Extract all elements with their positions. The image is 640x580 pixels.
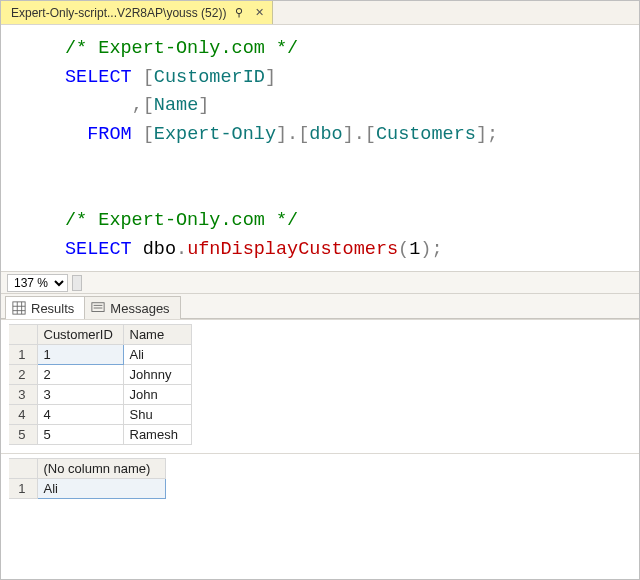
cell-name[interactable]: Ramesh <box>123 425 191 445</box>
row-number[interactable]: 2 <box>9 365 37 385</box>
cell-customerid[interactable]: 3 <box>37 385 123 405</box>
col-header-name[interactable]: Name <box>123 325 191 345</box>
cell-name[interactable]: John <box>123 385 191 405</box>
results-tabstrip: Results Messages <box>1 294 639 319</box>
sql-editor[interactable]: /* Expert-Only.com */ SELECT [CustomerID… <box>1 25 639 271</box>
cell-customerid[interactable]: 1 <box>37 345 123 365</box>
pin-icon[interactable]: ⚲ <box>232 6 246 20</box>
cell-value[interactable]: Ali <box>37 479 165 499</box>
result-grid-2[interactable]: (No column name) 1 Ali <box>9 458 166 499</box>
cell-customerid[interactable]: 4 <box>37 405 123 425</box>
row-number[interactable]: 4 <box>9 405 37 425</box>
tab-messages[interactable]: Messages <box>84 296 180 319</box>
kw-select: SELECT <box>65 67 132 88</box>
tab-label: Expert-Only-script...V2R8AP\youss (52)) <box>11 6 226 20</box>
results-pane: CustomerID Name 1 1 Ali 2 2 Johnny 3 3 J… <box>1 319 639 507</box>
col-header-nocol[interactable]: (No column name) <box>37 459 165 479</box>
sql-comment: /* Expert-Only.com */ <box>65 210 298 231</box>
col-header-customerid[interactable]: CustomerID <box>37 325 123 345</box>
result-grid-1[interactable]: CustomerID Name 1 1 Ali 2 2 Johnny 3 3 J… <box>9 324 192 445</box>
kw-select: SELECT <box>65 239 132 260</box>
kw-from: FROM <box>87 124 131 145</box>
zoom-select[interactable]: 137 % <box>7 274 68 292</box>
grid-icon <box>12 301 26 315</box>
svg-rect-5 <box>92 303 104 312</box>
cell-name[interactable]: Johnny <box>123 365 191 385</box>
document-tabbar: Expert-Only-script...V2R8AP\youss (52)) … <box>1 1 639 25</box>
row-number[interactable]: 5 <box>9 425 37 445</box>
tab-results[interactable]: Results <box>5 296 85 319</box>
zoom-bar: 137 % <box>1 271 639 294</box>
cell-customerid[interactable]: 2 <box>37 365 123 385</box>
table-row[interactable]: 1 Ali <box>9 479 165 499</box>
splitter-thumb[interactable] <box>72 275 82 291</box>
table-row[interactable]: 1 1 Ali <box>9 345 191 365</box>
sql-comment: /* Expert-Only.com */ <box>65 38 298 59</box>
grid-header-row: CustomerID Name <box>9 325 191 345</box>
cell-name[interactable]: Shu <box>123 405 191 425</box>
table-row[interactable]: 5 5 Ramesh <box>9 425 191 445</box>
result-grid-1-host: CustomerID Name 1 1 Ali 2 2 Johnny 3 3 J… <box>1 319 639 453</box>
svg-rect-0 <box>13 302 25 314</box>
tab-messages-label: Messages <box>110 301 169 316</box>
table-row[interactable]: 4 4 Shu <box>9 405 191 425</box>
grid-corner[interactable] <box>9 459 37 479</box>
tab-results-label: Results <box>31 301 74 316</box>
cell-name[interactable]: Ali <box>123 345 191 365</box>
cell-customerid[interactable]: 5 <box>37 425 123 445</box>
row-number[interactable]: 1 <box>9 345 37 365</box>
result-grid-2-host: (No column name) 1 Ali <box>1 453 639 507</box>
fn-name: ufnDisplayCustomers <box>187 239 398 260</box>
table-row[interactable]: 3 3 John <box>9 385 191 405</box>
table-row[interactable]: 2 2 Johnny <box>9 365 191 385</box>
row-number[interactable]: 3 <box>9 385 37 405</box>
document-tab[interactable]: Expert-Only-script...V2R8AP\youss (52)) … <box>1 1 273 24</box>
close-icon[interactable]: ✕ <box>252 6 266 20</box>
grid-header-row: (No column name) <box>9 459 165 479</box>
row-number[interactable]: 1 <box>9 479 37 499</box>
messages-icon <box>91 301 105 315</box>
grid-corner[interactable] <box>9 325 37 345</box>
